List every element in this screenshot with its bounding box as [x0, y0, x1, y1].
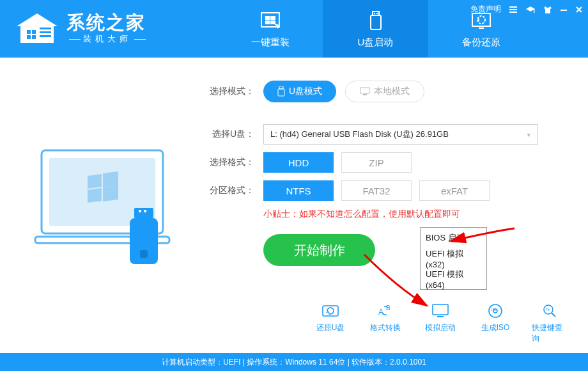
disclaimer-link[interactable]: 免责声明	[470, 4, 501, 15]
svg-rect-36	[437, 316, 444, 317]
svg-rect-18	[534, 9, 534, 13]
svg-rect-23	[134, 208, 153, 218]
svg-rect-2	[27, 35, 31, 39]
svg-rect-3	[32, 35, 36, 39]
svg-rect-35	[433, 304, 448, 315]
svg-rect-25	[144, 210, 146, 212]
svg-text:Fn: Fn	[546, 308, 550, 312]
tool-convert[interactable]: AB 格式转换	[367, 302, 404, 344]
svg-rect-28	[279, 86, 283, 89]
restore-usb-icon	[321, 302, 340, 320]
format-zip-button[interactable]: ZIP	[341, 152, 412, 173]
svg-rect-29	[278, 89, 284, 96]
iso-icon: ISO	[486, 302, 505, 320]
tip-text: 小贴士：如果不知道怎么配置，使用默认配置即可	[263, 209, 564, 220]
usb-drive-icon	[364, 10, 387, 33]
svg-rect-9	[374, 13, 375, 14]
tool-restore[interactable]: 还原U盘	[312, 302, 349, 344]
monitor-small-icon	[360, 87, 370, 96]
tool-iso[interactable]: ISO 生成ISO	[477, 302, 514, 344]
svg-text:A: A	[378, 308, 383, 317]
svg-rect-0	[27, 30, 31, 34]
udisk-label: 选择U盘：	[205, 129, 254, 140]
usb-small-icon	[277, 86, 285, 97]
partition-fat32-button[interactable]: FAT32	[341, 180, 412, 201]
svg-rect-24	[139, 210, 141, 212]
tab-reinstall[interactable]: 一键重装	[217, 0, 323, 58]
skin-icon[interactable]	[543, 5, 552, 14]
svg-rect-1	[32, 30, 36, 34]
mode-usb-button[interactable]: U盘模式	[263, 81, 336, 102]
partition-exfat-button[interactable]: exFAT	[419, 180, 490, 201]
academic-icon[interactable]	[525, 5, 536, 14]
svg-rect-31	[363, 94, 367, 95]
svg-rect-17	[509, 12, 517, 13]
svg-rect-16	[509, 9, 517, 10]
minimize-button[interactable]	[560, 6, 568, 13]
svg-text:ISO: ISO	[491, 308, 497, 312]
svg-rect-11	[371, 15, 381, 29]
windows-reinstall-icon	[259, 10, 282, 33]
house-logo-icon	[14, 11, 60, 47]
svg-rect-19	[561, 10, 567, 11]
format-convert-icon: AB	[376, 302, 395, 320]
format-label: 选择格式：	[205, 157, 254, 168]
status-bar: 计算机启动类型：UEFI | 操作系统：Windows 11 64位 | 软件版…	[0, 353, 588, 371]
close-button[interactable]	[575, 6, 583, 13]
udisk-select[interactable]: L: (hd4) General USB Flash Disk (U盘) 26.…	[263, 124, 538, 145]
tool-simulate[interactable]: 模拟启动	[422, 302, 459, 344]
mode-label: 选择模式：	[205, 86, 254, 97]
svg-rect-27	[140, 250, 148, 258]
svg-rect-15	[509, 6, 517, 8]
start-button[interactable]: 开始制作	[263, 234, 375, 266]
app-title: 系统之家	[66, 13, 148, 32]
mode-local-button[interactable]: 本地模式	[345, 81, 424, 102]
tool-hotkey[interactable]: Fn 快捷键查询	[532, 302, 569, 344]
menu-icon[interactable]	[509, 5, 518, 14]
svg-rect-10	[376, 13, 378, 14]
svg-rect-6	[40, 35, 51, 37]
svg-rect-30	[360, 88, 369, 93]
logo-area: 系统之家 装机大师	[0, 0, 217, 58]
tab-usb-boot[interactable]: U盘启动	[323, 0, 428, 58]
partition-label: 分区格式：	[205, 185, 254, 196]
app-subtitle: 装机大师	[66, 33, 148, 45]
svg-rect-5	[40, 31, 51, 33]
boot-option-uefi64[interactable]: UEFI 模拟(x64)	[421, 269, 486, 289]
boot-option-bios[interactable]: BIOS 启动	[421, 228, 486, 248]
simulate-boot-icon	[431, 302, 450, 320]
partition-ntfs-button[interactable]: NTFS	[263, 180, 334, 201]
boot-option-uefi32[interactable]: UEFI 模拟(x32)	[421, 248, 486, 269]
hotkey-search-icon: Fn	[541, 302, 560, 320]
illustration	[0, 58, 205, 345]
boot-dropdown: BIOS 启动 UEFI 模拟(x32) UEFI 模拟(x64)	[420, 227, 487, 290]
svg-rect-14	[479, 28, 484, 29]
format-hdd-button[interactable]: HDD	[263, 152, 334, 173]
svg-rect-4	[40, 28, 51, 29]
